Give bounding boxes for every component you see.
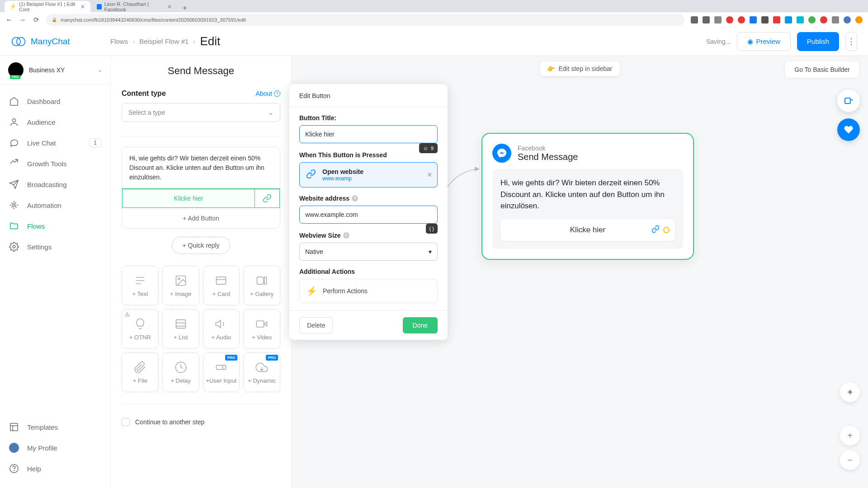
zoom-out-button[interactable]: − bbox=[840, 450, 860, 470]
continue-row[interactable]: Continue to another step bbox=[122, 418, 280, 426]
block-text[interactable]: + Text bbox=[122, 266, 159, 305]
help-icon[interactable]: ? bbox=[352, 195, 358, 202]
nav-growth[interactable]: Growth Tools bbox=[0, 153, 110, 174]
extension-icon[interactable] bbox=[726, 16, 733, 23]
extension-icon[interactable] bbox=[738, 16, 745, 23]
extension-icon[interactable] bbox=[750, 16, 757, 23]
variables-button[interactable]: { } bbox=[426, 224, 438, 234]
extension-icon[interactable] bbox=[832, 16, 839, 23]
website-address-input[interactable] bbox=[299, 206, 438, 224]
zoom-in-button[interactable]: + bbox=[840, 426, 860, 446]
block-audio[interactable]: + Audio bbox=[203, 309, 240, 349]
webview-size-select[interactable]: Native ▾ bbox=[299, 243, 438, 261]
url-bar[interactable]: 🔒 manychat.com/fb181039443240830/cms/fil… bbox=[46, 14, 684, 26]
help-icon[interactable]: ? bbox=[343, 232, 349, 239]
extension-icon[interactable] bbox=[844, 16, 851, 23]
extension-icon[interactable] bbox=[855, 16, 863, 23]
message-text[interactable]: Hi, wie gehts dir? Wir bieten derzeit ei… bbox=[122, 147, 280, 188]
test-flow-button[interactable] bbox=[837, 118, 860, 141]
node-title: Send Message bbox=[518, 152, 578, 162]
quick-reply-button[interactable]: + Quick reply bbox=[172, 237, 230, 254]
continue-label: Continue to another step bbox=[135, 418, 204, 426]
nav-audience[interactable]: Audience bbox=[0, 112, 110, 132]
nav-automation[interactable]: Automation bbox=[0, 195, 110, 216]
nav-label: Flows bbox=[27, 222, 45, 230]
svg-point-2 bbox=[12, 119, 15, 122]
edit-hint-pill[interactable]: 👉 Edit step in sidebar bbox=[540, 61, 619, 76]
new-tab-button[interactable]: + bbox=[178, 4, 191, 12]
breadcrumb-flows[interactable]: Flows bbox=[110, 38, 128, 45]
extension-icon[interactable] bbox=[703, 16, 710, 23]
message-button[interactable]: Klicke hier bbox=[122, 189, 255, 208]
delete-button[interactable]: Delete bbox=[299, 317, 333, 333]
node-button[interactable]: Klicke hier bbox=[500, 219, 675, 241]
reload-icon[interactable]: ⟳ bbox=[33, 16, 40, 24]
about-label: About bbox=[255, 90, 272, 97]
nav-flows[interactable]: Flows bbox=[0, 216, 110, 236]
extension-icon[interactable] bbox=[808, 16, 816, 23]
done-button[interactable]: Done bbox=[403, 317, 438, 333]
nav-broadcasting[interactable]: Broadcasting bbox=[0, 174, 110, 195]
extension-icon[interactable] bbox=[773, 16, 780, 23]
block-card[interactable]: + Card bbox=[203, 266, 240, 305]
logo[interactable]: ManyChat bbox=[11, 34, 110, 49]
close-icon[interactable]: ✕ bbox=[80, 4, 85, 10]
send-icon bbox=[9, 179, 19, 189]
extension-icon[interactable] bbox=[797, 16, 804, 23]
continue-checkbox[interactable] bbox=[122, 418, 130, 426]
perform-actions-card[interactable]: ⚡ Perform Actions bbox=[299, 279, 438, 303]
growth-icon bbox=[9, 159, 19, 169]
preview-button[interactable]: ◉ Preview bbox=[737, 32, 790, 51]
block-delay[interactable]: + Delay bbox=[162, 352, 199, 392]
add-step-button[interactable] bbox=[837, 89, 860, 112]
message-node[interactable]: Facebook Send Message Hi, wie gehts dir?… bbox=[481, 133, 694, 260]
content-type-select[interactable]: Select a type ⌄ bbox=[122, 103, 280, 122]
block-file[interactable]: + File bbox=[122, 352, 159, 392]
nav-livechat[interactable]: Live Chat 1 bbox=[0, 132, 110, 153]
extension-icon[interactable] bbox=[691, 16, 698, 23]
message-card[interactable]: Hi, wie gehts dir? Wir bieten derzeit ei… bbox=[122, 147, 280, 229]
workspace-avatar: PRO bbox=[8, 62, 24, 78]
about-link[interactable]: About ? bbox=[255, 90, 280, 97]
extension-icon[interactable] bbox=[761, 16, 769, 23]
link-icon bbox=[306, 169, 316, 181]
center-view-button[interactable]: ✦ bbox=[840, 382, 860, 402]
more-menu-button[interactable]: ⋮ bbox=[845, 32, 857, 51]
link-icon[interactable] bbox=[255, 189, 280, 208]
add-button[interactable]: + Add Button bbox=[122, 208, 280, 228]
close-icon[interactable]: ✕ bbox=[167, 4, 172, 10]
block-list[interactable]: + List bbox=[162, 309, 199, 349]
workspace-switcher[interactable]: PRO Business XY ⌄ bbox=[0, 56, 110, 84]
connector-dot[interactable] bbox=[663, 227, 670, 233]
extension-icon[interactable] bbox=[785, 16, 792, 23]
block-dynamic[interactable]: PRO+ Dynamic bbox=[243, 352, 280, 392]
forward-icon[interactable]: → bbox=[19, 16, 26, 23]
breadcrumb-flow-name[interactable]: Beispiel Flow #1 bbox=[139, 38, 189, 45]
nav-profile[interactable]: My Profile bbox=[0, 437, 110, 458]
emoji-icon[interactable]: ☺ bbox=[423, 145, 428, 151]
float-tools bbox=[837, 89, 860, 141]
browser-tab[interactable]: Leon R. Chaudhari | Facebook ✕ bbox=[91, 1, 177, 12]
nav-label: My Profile bbox=[27, 444, 57, 452]
block-otnr[interactable]: ⚠+ OTNR bbox=[122, 309, 159, 349]
block-image[interactable]: + Image bbox=[162, 266, 199, 305]
block-gallery[interactable]: + Gallery bbox=[243, 266, 280, 305]
action-open-website[interactable]: Open website www.examp ✕ bbox=[299, 162, 438, 188]
nav-templates[interactable]: Templates bbox=[0, 417, 110, 437]
nav-dashboard[interactable]: Dashboard bbox=[0, 91, 110, 112]
close-icon[interactable]: ✕ bbox=[427, 171, 433, 179]
extension-icon[interactable] bbox=[820, 16, 827, 23]
publish-button[interactable]: Publish bbox=[797, 32, 839, 51]
minus-icon: − bbox=[847, 455, 853, 465]
back-icon[interactable]: ← bbox=[5, 16, 13, 23]
additional-actions-label: Additional Actions bbox=[299, 268, 438, 275]
basic-builder-button[interactable]: Go To Basic Builder bbox=[785, 61, 859, 78]
extension-icon[interactable] bbox=[714, 16, 722, 23]
braces-icon: { } bbox=[429, 226, 434, 231]
nav-settings[interactable]: Settings bbox=[0, 236, 110, 257]
nav-help[interactable]: Help bbox=[0, 458, 110, 479]
browser-tab-active[interactable]: ⚡ (1) Beispiel Flow #1 | Edit Cont ✕ bbox=[5, 1, 90, 12]
button-title-input[interactable] bbox=[299, 125, 438, 143]
block-video[interactable]: + Video bbox=[243, 309, 280, 349]
block-user-input[interactable]: PRO+User Input bbox=[203, 352, 240, 392]
